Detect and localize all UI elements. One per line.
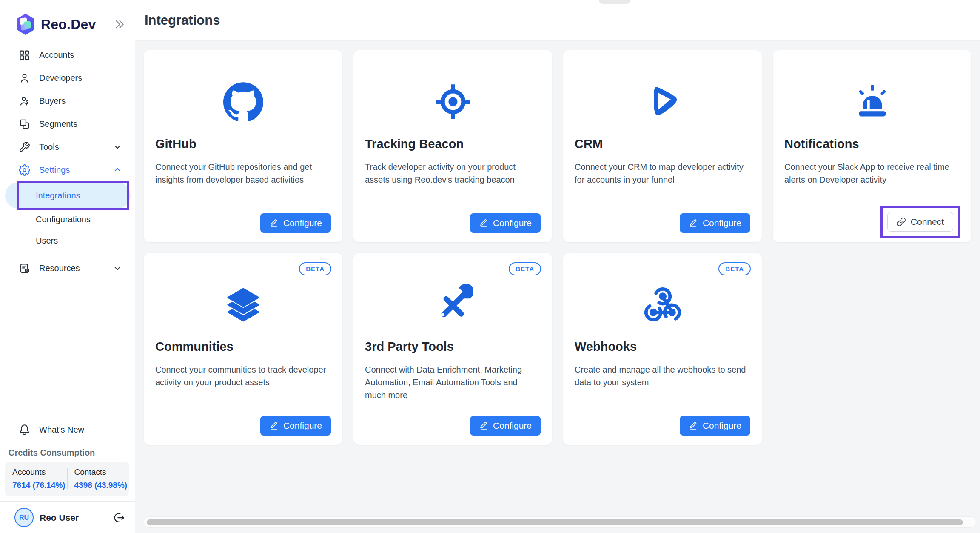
configure-button[interactable]: Configure (680, 213, 750, 233)
card-description: Connect with Data Enrichment, Marketing … (365, 363, 541, 401)
avatar: RU (14, 508, 34, 527)
edit-pencil-icon (689, 421, 698, 430)
card-title: GitHub (155, 137, 331, 151)
user-dollar-icon: $ (19, 95, 30, 107)
sidebar-item-accounts[interactable]: Accounts (0, 43, 135, 66)
window-top-border (0, 3, 980, 3)
integration-card-notifications: Notifications Connect your Slack App to … (773, 50, 971, 242)
chevron-up-icon (113, 165, 122, 175)
user-row: RU Reo User (0, 501, 135, 533)
sidebar-item-segments[interactable]: Segments (0, 112, 135, 135)
card-title: 3rd Party Tools (365, 340, 541, 354)
webhook-icon (575, 272, 750, 336)
button-label: Connect (911, 217, 944, 227)
credits-accounts-value: 7614 (76.14%) (12, 481, 67, 490)
integration-card-crm: CRM Connect your CRM to map developer ac… (563, 50, 762, 242)
sidebar-item-settings[interactable]: Settings (0, 158, 135, 181)
logout-icon[interactable] (113, 511, 125, 524)
bell-icon (19, 424, 30, 436)
button-label: Configure (703, 218, 741, 228)
wrench-icon (19, 141, 30, 153)
card-description: Track developer activity on your product… (365, 160, 541, 186)
integrations-grid: GitHub Connect your GitHub repositories … (135, 41, 980, 445)
card-title: Webhooks (575, 340, 750, 354)
sidebar-item-tools[interactable]: Tools (0, 135, 135, 158)
button-label: Configure (283, 421, 322, 431)
horizontal-scrollbar-thumb[interactable] (147, 519, 963, 525)
edit-pencil-icon (269, 218, 279, 228)
sidebar-item-users[interactable]: Users (0, 230, 135, 251)
credits-contacts-label: Contacts (74, 467, 129, 477)
card-description: Create and manage all the webhooks to se… (575, 363, 750, 389)
integration-card-github: GitHub Connect your GitHub repositories … (144, 50, 342, 242)
chevron-down-icon (113, 264, 122, 273)
edit-pencil-icon (479, 218, 488, 228)
button-label: Configure (493, 218, 532, 228)
credits-accounts-label: Accounts (12, 467, 67, 477)
sidebar-item-label: Settings (39, 165, 70, 175)
sidebar-item-buyers[interactable]: $ Buyers (0, 89, 135, 112)
sidebar-item-label: Accounts (39, 50, 74, 60)
sidebar-item-label: Users (36, 236, 58, 246)
sidebar-item-label: Integrations (36, 191, 80, 201)
configure-button[interactable]: Configure (470, 416, 541, 436)
card-description: Connect your communities to track develo… (155, 363, 331, 389)
beta-badge: BETA (718, 262, 751, 275)
sidebar-item-label: Configurations (36, 215, 91, 224)
integration-card-webhooks: BETA Webhooks (563, 253, 762, 445)
link-icon (897, 217, 906, 226)
crosshair-icon (365, 70, 541, 134)
sidebar-collapse-icon[interactable] (114, 18, 125, 30)
svg-text:$: $ (26, 99, 28, 104)
configure-button[interactable]: Configure (260, 213, 331, 233)
chevron-down-icon (113, 142, 122, 152)
gear-icon (19, 164, 30, 176)
integration-card-tracking-beacon: Tracking Beacon Track developer activity… (353, 50, 552, 242)
sidebar-bottom: What's New Credits Consumption Accounts … (0, 418, 135, 533)
horizontal-scrollbar-track[interactable] (144, 516, 976, 528)
button-label: Configure (283, 218, 322, 228)
app-name: Reo.Dev (41, 17, 96, 32)
settings-subnav: Integrations Configurations Users (0, 181, 135, 251)
sidebar-item-developers[interactable]: Developers (0, 66, 135, 89)
configure-button[interactable]: Configure (470, 213, 541, 233)
configure-button[interactable]: Configure (680, 416, 750, 436)
sidebar-nav: Accounts Developers $ Buyers (0, 43, 135, 280)
crossed-tools-icon (365, 272, 541, 336)
main-header: Integrations (135, 0, 980, 41)
grid-icon (19, 49, 30, 61)
page-title: Integrations (145, 13, 220, 28)
sidebar-item-integrations[interactable]: Integrations (5, 182, 131, 209)
whats-new-button[interactable]: What's New (0, 418, 135, 441)
credits-contacts-value: 4398 (43.98%) (74, 481, 129, 490)
reo-dev-logo-icon (15, 13, 36, 35)
card-description: Connect your GitHub repositories and get… (155, 160, 331, 186)
triangle-sketch-icon (575, 70, 750, 134)
github-icon (155, 70, 331, 134)
sidebar-item-label: Tools (39, 142, 59, 152)
configure-button[interactable]: Configure (260, 416, 331, 436)
card-title: Tracking Beacon (365, 137, 541, 151)
button-label: Configure (493, 421, 532, 431)
sidebar-item-resources[interactable]: Resources (0, 257, 135, 280)
card-title: CRM (575, 137, 750, 151)
sidebar: Reo.Dev Accounts Developers (0, 0, 135, 533)
sidebar-item-label: Buyers (39, 96, 66, 106)
sidebar-item-label: Resources (39, 264, 80, 273)
card-description: Connect your CRM to map developer activi… (575, 160, 750, 186)
credits-accounts-cell: Accounts 7614 (76.14%) (5, 467, 67, 490)
edit-pencil-icon (269, 421, 279, 430)
integration-card-3rd-party-tools: BETA 3rd Party Tools Connect with Da (353, 253, 552, 445)
button-label: Configure (703, 421, 741, 431)
sidebar-divider (0, 254, 135, 254)
sidebar-item-configurations[interactable]: Configurations (0, 209, 135, 230)
user-name: Reo User (40, 513, 79, 523)
whats-new-label: What's New (39, 425, 84, 435)
beta-badge: BETA (509, 262, 541, 275)
integration-card-communities: BETA Communities Connect your communitie… (144, 253, 342, 445)
document-shield-icon (19, 263, 30, 274)
credits-box: Accounts 7614 (76.14%) Contacts 4398 (43… (5, 462, 129, 496)
user-icon (19, 72, 30, 84)
connect-button[interactable]: Connect (887, 212, 953, 232)
beta-badge: BETA (299, 262, 331, 275)
